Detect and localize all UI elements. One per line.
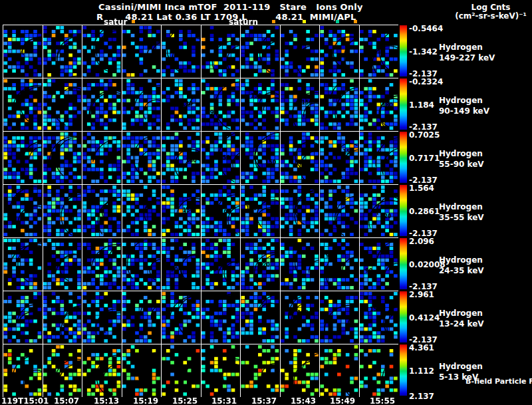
colorbar-tick-top-row1: -0.5464 [409,24,443,33]
energy-band-row3: 55-90 keV [439,160,484,169]
species-label-row4: Hydrogen [439,202,483,211]
saturn-annotation-partial: satur [104,17,127,27]
energy-band-row1: 149-227 keV [439,53,495,63]
time-label-1543: 15:43 [287,396,320,405]
time-label-1555: 15:55 [366,396,399,405]
colorbar-tick-bottom-row7: 2.137 [409,392,434,401]
colorbar-row6 [400,291,407,342]
time-label-1513: 15:13 [90,396,123,405]
time-label-start: 119T15:01 [1,396,49,405]
colorbar-tick-top-row2: -0.2324 [409,77,443,86]
time-label-1531: 15:31 [207,396,241,405]
species-label-row1: Hydrogen [439,43,483,52]
colorbar-tick-mid-row3: 0.7171 [409,154,440,163]
time-label-1519: 15:19 [129,396,162,405]
units-label-line2: (cm²-sr-s-keV)⁻¹ [451,11,531,21]
colorbar-tick-top-row5: 2.096 [409,237,434,246]
colorbar-row7 [400,344,407,396]
time-label-1507: 15:07 [50,396,83,405]
spectrogram-screen: Cassini/MIMI Inca mTOF 2011-119 Stare Io… [0,0,532,405]
saturn-annotation: saturn [229,17,258,27]
colorbar-tick-mid-row2: 1.184 [409,100,434,110]
data-mark [303,20,306,23]
energy-band-row6: 13-24 keV [439,319,484,329]
species-label-row3: Hydrogen [439,149,483,158]
colorbar-row3 [400,132,407,183]
colorbar-tick-mid-row1: -1.342 [409,47,438,57]
bfield-particle-flow-label: B-field Particle Flow [466,377,532,386]
species-label-row6: Hydrogen [439,309,483,318]
time-label-1525: 15:25 [168,396,201,405]
data-mark [354,20,357,23]
colorbar-tick-top-row6: 2.961 [409,290,434,299]
time-label-1549: 15:49 [326,396,359,405]
units-label-line1: Log Cnts [451,3,531,12]
data-mark [272,20,275,23]
colorbar-tick-top-row3: 0.7025 [409,130,440,140]
species-label-row5: Hydrogen [439,255,483,265]
position-line: R 48.21 Lat 0.36 LT 1709 L 48.21 MIMI/AP… [96,12,356,22]
data-mark [132,20,135,23]
colorbar-tick-top-row4: 1.564 [409,184,434,193]
colorbar-row2 [400,78,407,130]
colorbar-row1 [400,25,407,76]
page-title: Cassini/MIMI Inca mTOF 2011-119 Stare Io… [98,2,363,12]
colorbar-row5 [400,238,407,289]
energy-band-row4: 35-55 keV [439,213,484,222]
colorbar-tick-mid-row7: 1.112 [409,366,434,376]
data-mark [336,20,339,23]
energy-band-row2: 90-149 keV [439,106,489,116]
colorbar-tick-mid-row4: 0.2861 [409,207,440,216]
species-label-row2: Hydrogen [439,96,483,105]
colorbar-row4 [400,185,407,236]
spectrogram-grid-canvas [3,25,398,397]
time-label-1537: 15:37 [247,396,281,405]
species-label-row7: Hydrogen [439,362,483,371]
colorbar-tick-top-row7: 4.361 [409,343,434,352]
energy-band-row5: 24-35 keV [439,266,484,275]
colorbar-tick-mid-row6: 0.4124 [409,313,440,323]
